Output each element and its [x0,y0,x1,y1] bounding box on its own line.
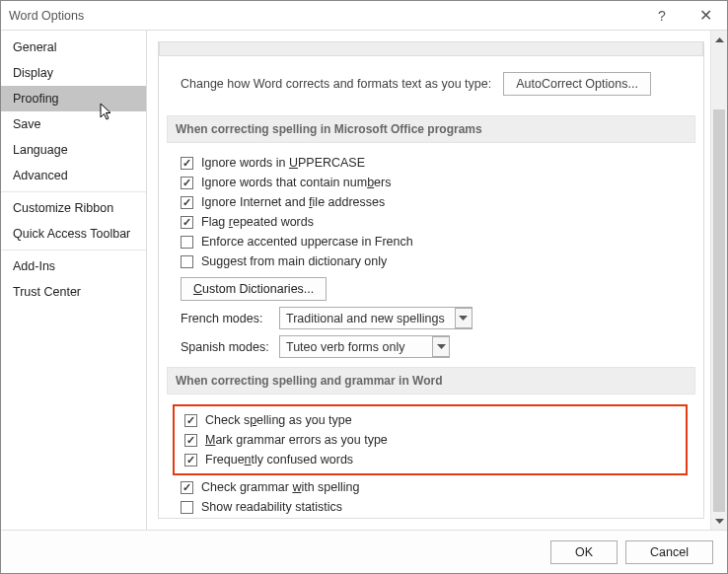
opt-flag-repeated[interactable]: Flag repeated words [177,212,686,232]
sidebar-item-proofing[interactable]: Proofing [1,86,146,111]
opt-confused-words[interactable]: Frequently confused words [181,450,680,469]
cancel-button[interactable]: Cancel [625,540,713,564]
section-header-word-spelling: When correcting spelling and grammar in … [167,367,695,395]
opt-ignore-uppercase[interactable]: Ignore words in UPPERCASE [177,153,686,173]
sidebar-label: Advanced [13,169,68,182]
custom-dictionaries-button[interactable]: Custom Dictionaries... [181,277,327,301]
vertical-scrollbar[interactable] [710,31,727,530]
dialog-footer: OK Cancel [1,531,727,573]
scroll-down-arrow-icon[interactable] [711,513,727,530]
sidebar-item-trust-center[interactable]: Trust Center [1,279,146,305]
spanish-modes-label: Spanish modes: [181,340,269,354]
sidebar-nav: General Display Proofing Save Language A… [1,31,147,530]
opt-readability-stats[interactable]: Show readability statistics [177,497,686,517]
intro-text: Change how Word corrects and formats tex… [181,77,491,91]
checkbox-icon[interactable] [181,501,193,514]
ok-button[interactable]: OK [550,540,618,564]
section-header-office-spelling: When correcting spelling in Microsoft Of… [167,115,695,143]
opt-main-dictionary[interactable]: Suggest from main dictionary only [177,251,686,271]
autocorrect-options-button[interactable]: AutoCorrect Options... [503,72,651,96]
french-modes-label: French modes: [181,312,269,325]
opt-label: Mark grammar errors as you type [205,433,388,447]
sidebar-item-language[interactable]: Language [1,137,146,163]
chevron-down-icon[interactable] [432,336,450,357]
checkbox-icon[interactable] [181,196,193,209]
sidebar-item-display[interactable]: Display [1,60,146,86]
opt-french-accented[interactable]: Enforce accented uppercase in French [177,232,686,251]
opt-check-grammar-spelling[interactable]: Check grammar with spelling [177,477,686,497]
opt-mark-grammar[interactable]: Mark grammar errors as you type [181,430,680,450]
sidebar-label: Quick Access Toolbar [13,227,130,241]
sidebar-label: Add-Ins [13,259,55,273]
close-button[interactable]: ✕ [684,1,727,31]
checkbox-icon[interactable] [181,236,193,249]
button-label: Cancel [650,545,689,559]
french-modes-select[interactable]: Traditional and new spellings [279,307,473,329]
checkbox-icon[interactable] [181,255,193,268]
checkbox-icon[interactable] [181,157,193,170]
sidebar-label: Trust Center [13,285,81,299]
titlebar: Word Options ? ✕ [1,1,727,31]
spanish-modes-row: Spanish modes: Tuteo verb forms only [177,332,686,361]
opt-check-spelling-type[interactable]: Check spelling as you type [181,410,680,430]
opt-ignore-numbers[interactable]: Ignore words that contain numbers [177,173,686,192]
opt-label: Show readability statistics [201,500,342,514]
opt-label: Suggest from main dictionary only [201,254,387,268]
sidebar-item-general[interactable]: General [1,35,146,60]
checkbox-icon[interactable] [184,414,197,427]
checkbox-icon[interactable] [184,454,197,466]
sidebar-item-advanced[interactable]: Advanced [1,163,146,188]
sidebar-item-qat[interactable]: Quick Access Toolbar [1,221,146,247]
sidebar-item-customize-ribbon[interactable]: Customize Ribbon [1,195,146,221]
checkbox-icon[interactable] [181,177,193,189]
sidebar-label: Language [13,143,68,157]
select-value: Traditional and new spellings [286,312,445,325]
partial-top-section [159,42,703,56]
select-value: Tuteo verb forms only [286,340,422,354]
sidebar-label: Display [13,66,53,80]
sidebar-label: General [13,40,56,54]
button-label: AutoCorrect Options... [516,77,638,91]
opt-ignore-internet[interactable]: Ignore Internet and file addresses [177,192,686,212]
opt-label: Check spelling as you type [205,413,352,427]
sidebar-label: Proofing [13,92,59,106]
opt-label: Check grammar with spelling [201,480,360,494]
main-panel: Change how Word corrects and formats tex… [147,31,727,530]
opt-label: Ignore words in UPPERCASE [201,156,365,170]
highlighted-options-box: Check spelling as you type Mark grammar … [173,404,688,475]
sidebar-item-addins[interactable]: Add-Ins [1,253,146,279]
checkbox-icon[interactable] [181,216,193,229]
opt-label: Enforce accented uppercase in French [201,235,413,249]
window-title: Word Options [9,9,640,23]
writing-style-row: Writing Style: Grammar Settings... [177,517,686,519]
checkbox-icon[interactable] [184,434,197,447]
sidebar-item-save[interactable]: Save [1,111,146,137]
chevron-down-icon[interactable] [455,308,473,328]
scroll-up-arrow-icon[interactable] [711,31,727,47]
opt-label: Ignore words that contain numbers [201,176,391,189]
sidebar-label: Customize Ribbon [13,201,113,215]
opt-label: Flag repeated words [201,215,314,229]
opt-label: Frequently confused words [205,453,353,466]
opt-label: Ignore Internet and file addresses [201,195,385,209]
sidebar-separator [1,250,146,251]
sidebar-separator [1,191,146,192]
french-modes-row: French modes: Traditional and new spelli… [177,304,686,332]
spanish-modes-select[interactable]: Tuteo verb forms only [279,335,450,358]
intro-row: Change how Word corrects and formats tex… [177,66,686,109]
button-label: OK [575,545,593,559]
button-label: ustom Dictionaries... [202,282,314,296]
scroll-thumb[interactable] [713,109,725,512]
help-button[interactable]: ? [640,1,684,31]
checkbox-icon[interactable] [181,481,193,494]
sidebar-label: Save [13,117,41,131]
